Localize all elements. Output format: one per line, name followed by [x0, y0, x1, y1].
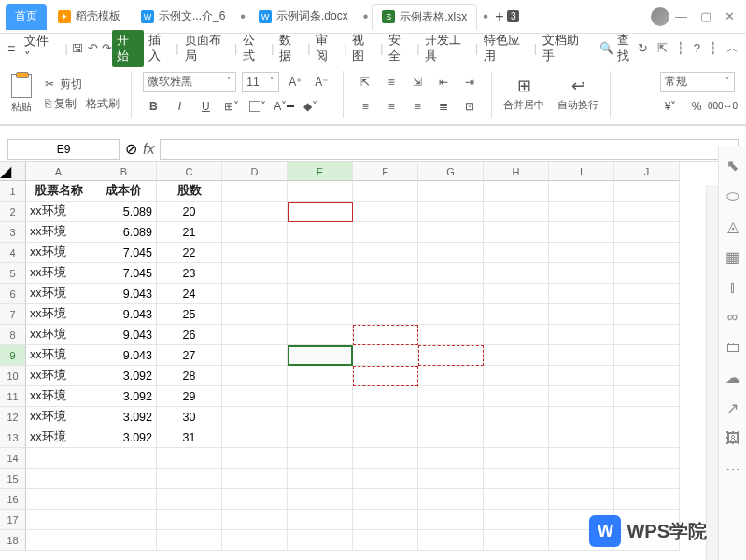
cell[interactable] — [484, 345, 549, 366]
cell[interactable] — [222, 325, 288, 345]
cell[interactable] — [418, 386, 484, 407]
copy-button[interactable]: ⎘ 复制 — [45, 96, 77, 112]
cell[interactable]: 27 — [157, 345, 222, 366]
cell[interactable]: xx环境 — [26, 407, 91, 427]
cell[interactable] — [353, 263, 418, 284]
cell[interactable]: 28 — [157, 366, 222, 386]
tab-doc1[interactable]: W示例文...介_6 — [132, 4, 234, 30]
cell[interactable] — [614, 222, 680, 243]
link-icon[interactable]: ∞ — [727, 309, 738, 326]
menu-insert[interactable]: 插入 — [144, 30, 176, 67]
tab-template[interactable]: ✦稻壳模板 — [49, 4, 130, 30]
underline-button[interactable]: U — [195, 96, 216, 117]
cell[interactable] — [222, 284, 288, 304]
menu-devtools[interactable]: 开发工具 — [420, 30, 474, 67]
cell[interactable] — [222, 386, 288, 407]
cell[interactable] — [549, 325, 614, 345]
new-tab-button[interactable]: + — [492, 8, 507, 25]
tab-doc2[interactable]: W示例词条.docx — [249, 4, 358, 30]
cell[interactable]: 25 — [157, 304, 222, 325]
cancel-formula-icon[interactable]: ⊘ — [125, 140, 137, 158]
cell[interactable]: xx环境 — [26, 366, 91, 386]
wrap-text-button[interactable]: ↩自动换行 — [554, 74, 602, 114]
cell[interactable] — [484, 469, 549, 489]
menu-start[interactable]: 开始 — [112, 30, 144, 67]
align-left-button[interactable]: ≡ — [355, 96, 375, 117]
font-color-button[interactable]: A˅ — [274, 96, 294, 117]
cell[interactable] — [484, 366, 549, 386]
cell[interactable]: 3.092 — [91, 427, 157, 448]
cell[interactable] — [549, 366, 614, 386]
cell[interactable]: 20 — [157, 202, 222, 222]
cell[interactable] — [222, 427, 288, 448]
cell[interactable] — [614, 345, 680, 366]
cell[interactable] — [549, 243, 614, 263]
cell[interactable] — [353, 345, 418, 366]
hamburger-icon[interactable]: ≡ — [7, 41, 15, 56]
cell[interactable] — [288, 489, 353, 510]
cell[interactable] — [288, 202, 353, 222]
cell[interactable] — [353, 489, 418, 510]
cell[interactable]: 30 — [157, 407, 222, 427]
backup-icon[interactable]: 🗀 — [725, 339, 740, 356]
cell[interactable] — [614, 243, 680, 263]
cell[interactable] — [418, 181, 484, 202]
avatar[interactable] — [651, 7, 669, 26]
cell[interactable] — [288, 427, 353, 448]
cell[interactable]: xx环境 — [26, 386, 91, 407]
cell[interactable] — [353, 243, 418, 263]
cell[interactable] — [614, 325, 680, 345]
cell[interactable] — [288, 366, 353, 386]
cell[interactable] — [614, 284, 680, 304]
cell[interactable] — [222, 345, 288, 366]
cell[interactable] — [549, 284, 614, 304]
cell[interactable] — [26, 530, 91, 551]
merge-center-button[interactable]: ⊞合并居中 — [500, 74, 548, 114]
search-button[interactable]: 🔍 查找 — [599, 33, 638, 64]
cell[interactable] — [614, 202, 680, 222]
cell[interactable] — [549, 448, 614, 469]
cloud-icon[interactable]: ☁ — [725, 369, 740, 386]
row-header[interactable]: 14 — [0, 448, 26, 469]
cell[interactable] — [549, 469, 614, 489]
align-center-button[interactable]: ≡ — [381, 96, 401, 117]
formula-input[interactable] — [160, 139, 739, 160]
cell[interactable] — [614, 407, 680, 427]
cell[interactable]: 24 — [157, 284, 222, 304]
collapse-ribbon-icon[interactable]: ︿ — [726, 40, 739, 57]
cell[interactable] — [484, 202, 549, 222]
cell[interactable] — [288, 448, 353, 469]
col-header[interactable]: H — [484, 162, 549, 181]
undo-icon[interactable]: ↶ — [88, 41, 98, 55]
cell[interactable] — [418, 263, 484, 284]
cell[interactable] — [222, 222, 288, 243]
cell[interactable] — [614, 263, 680, 284]
cell[interactable]: xx环境 — [26, 304, 91, 325]
cell[interactable] — [353, 427, 418, 448]
cell[interactable] — [288, 263, 353, 284]
cell[interactable] — [353, 530, 418, 551]
name-box[interactable]: E9 — [7, 139, 120, 160]
cell[interactable] — [484, 407, 549, 427]
row-header[interactable]: 8 — [0, 325, 26, 345]
cell[interactable] — [353, 510, 418, 530]
cell[interactable] — [484, 284, 549, 304]
row-header[interactable]: 18 — [0, 530, 26, 551]
col-header[interactable]: B — [91, 162, 157, 181]
row-header[interactable]: 16 — [0, 489, 26, 510]
row-header[interactable]: 9 — [0, 345, 26, 366]
row-header[interactable]: 7 — [0, 304, 26, 325]
share-icon[interactable]: ⇱ — [657, 41, 668, 55]
cell[interactable] — [288, 325, 353, 345]
tab-sheet[interactable]: S示例表格.xlsx — [372, 4, 477, 30]
select-all-corner[interactable]: ◢ — [0, 162, 26, 181]
cell[interactable]: xx环境 — [26, 202, 91, 222]
menu-data[interactable]: 数据 — [274, 30, 306, 67]
cell[interactable] — [484, 386, 549, 407]
cell[interactable] — [157, 530, 222, 551]
cell[interactable]: 5.089 — [91, 202, 157, 222]
row-header[interactable]: 2 — [0, 202, 26, 222]
minimize-button[interactable]: — — [675, 9, 687, 23]
cell[interactable] — [288, 304, 353, 325]
justify-button[interactable]: ≣ — [433, 96, 454, 117]
